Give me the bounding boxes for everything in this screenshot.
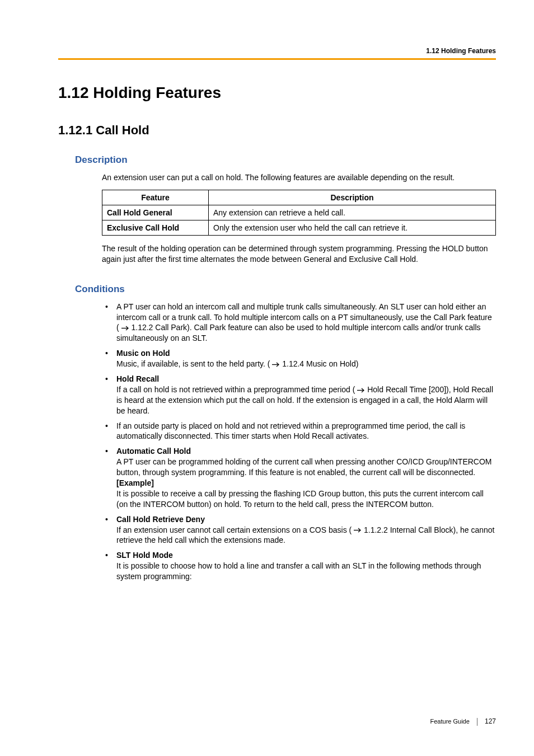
item-title: Call Hold Retrieve Deny: [116, 515, 205, 524]
subsection-title: 1.12.1 Call Hold: [58, 123, 496, 138]
table-header-row: Feature Description: [102, 190, 496, 205]
item-ref: 1.12.2 Call Park: [131, 323, 187, 332]
th-feature: Feature: [102, 190, 209, 205]
list-item: Automatic Call Hold A PT user can be pro…: [102, 446, 496, 509]
description-heading: Description: [75, 154, 496, 166]
description-after-table: The result of the holding operation can …: [102, 243, 496, 265]
item-ref: Hold Recall Time [200]: [367, 385, 446, 394]
cell-feature: Call Hold General: [102, 205, 209, 220]
item-ref: 1.1.2.2 Internal Call Block: [364, 525, 453, 534]
item-body: A PT user can be programmed holding of t…: [116, 457, 492, 477]
item-title: Music on Hold: [116, 349, 170, 358]
header-rule: [58, 58, 496, 60]
conditions-block: Conditions A PT user can hold an interco…: [58, 284, 496, 582]
conditions-list: A PT user can hold an intercom call and …: [102, 302, 496, 582]
section-title: 1.12 Holding Features: [58, 84, 496, 102]
item-text-pre: If an extension user cannot call certain…: [116, 525, 352, 534]
footer-label: Feature Guide: [430, 718, 470, 725]
page-footer: Feature Guide 127: [430, 717, 496, 726]
list-item: Hold Recall If a call on hold is not ret…: [102, 374, 496, 416]
feature-table: Feature Description Call Hold General An…: [102, 190, 496, 236]
th-description: Description: [209, 190, 496, 205]
item-text-post: ): [356, 359, 359, 368]
running-header: 1.12 Holding Features: [426, 47, 496, 55]
item-body: It is possible to choose how to hold a l…: [116, 561, 481, 581]
table-row: Exclusive Call Hold Only the extension u…: [102, 220, 496, 235]
description-intro: An extension user can put a call on hold…: [102, 172, 496, 183]
list-item: SLT Hold Mode It is possible to choose h…: [102, 550, 496, 582]
conditions-heading: Conditions: [75, 284, 496, 295]
item-title: Automatic Call Hold: [116, 447, 191, 456]
footer-divider: [477, 718, 477, 726]
arrow-icon: [272, 362, 280, 367]
item-title: SLT Hold Mode: [116, 551, 173, 560]
table-row: Call Hold General Any extension can retr…: [102, 205, 496, 220]
list-item: Music on Hold Music, if available, is se…: [102, 348, 496, 369]
cell-description: Any extension can retrieve a held call.: [209, 205, 496, 220]
list-item: If an outside party is placed on hold an…: [102, 421, 496, 442]
list-item: A PT user can hold an intercom call and …: [102, 302, 496, 344]
item-title: Hold Recall: [116, 374, 159, 383]
example-label: [Example]: [116, 478, 154, 487]
arrow-icon: [121, 326, 129, 331]
item-text-pre: If an outside party is placed on hold an…: [116, 421, 465, 441]
item-text-pre: If a call on hold is not retrieved withi…: [116, 385, 355, 394]
item-ref: 1.12.4 Music on Hold: [282, 359, 356, 368]
arrow-icon: [357, 388, 365, 393]
item-text-pre: Music, if available, is sent to the held…: [116, 359, 270, 368]
cell-feature: Exclusive Call Hold: [102, 220, 209, 235]
cell-description: Only the extension user who held the cal…: [209, 220, 496, 235]
arrow-icon: [354, 528, 362, 533]
list-item: Call Hold Retrieve Deny If an extension …: [102, 514, 496, 546]
example-body: It is possible to receive a call by pres…: [116, 489, 484, 509]
page-number: 127: [485, 717, 496, 725]
